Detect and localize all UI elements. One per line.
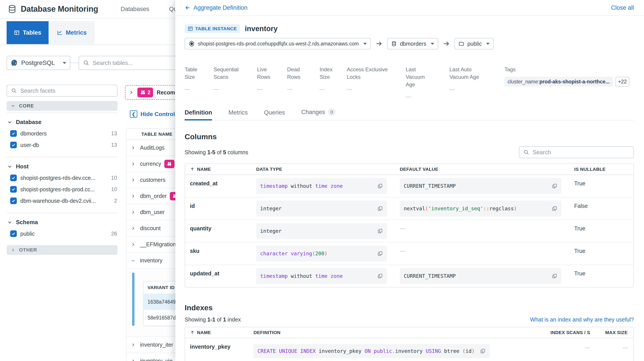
copy-icon[interactable] <box>546 273 558 279</box>
database-select[interactable]: dbmorders <box>387 38 438 49</box>
chevron-right-icon[interactable] <box>126 343 140 347</box>
facet-group-label: Database <box>16 119 42 126</box>
checkbox-checked[interactable] <box>10 198 17 204</box>
checkbox-checked[interactable] <box>10 142 17 148</box>
facet-item-host-warehouse[interactable]: dbm-warehouse-db-dev2.cvii... 2 <box>7 195 118 207</box>
indexes-heading: Indexes <box>185 303 634 312</box>
facet-section-core-label: CORE <box>19 103 34 109</box>
host-select[interactable]: shopist-postgres-rds-prod.ccehuppdfqfx.u… <box>185 38 371 49</box>
tab-metrics-detail[interactable]: Metrics <box>228 109 248 120</box>
tab-queries[interactable]: Queries <box>264 109 285 120</box>
stat-value: — <box>257 86 287 92</box>
scope-selectors: shopist-postgres-rds-prod.ccehuppdfqfx.u… <box>185 38 634 49</box>
facet-item-count: 10 <box>111 175 118 181</box>
index-scans-empty: — <box>585 345 590 351</box>
facet-item-user-db[interactable]: user-db 13 <box>7 139 118 151</box>
chevron-down-icon[interactable] <box>126 258 140 263</box>
tag-pill-cluster-name[interactable]: cluster_name:prod-aks-shopist-a-northce.… <box>504 77 613 86</box>
close-all-button[interactable]: Close all <box>611 4 634 11</box>
arrow-left-icon <box>185 5 191 11</box>
tab-changes[interactable]: Changes 0 <box>301 108 336 120</box>
copy-icon[interactable] <box>372 251 383 256</box>
default-value-chip: CURRENT_TIMESTAMP <box>400 268 562 284</box>
sort-arrow-up-icon <box>190 330 195 335</box>
tags-more-button[interactable]: +22 <box>616 77 630 86</box>
header-definition[interactable]: DEFINITION <box>249 330 536 335</box>
index-help-link[interactable]: What is an index and why are they useful… <box>530 317 634 323</box>
facet-item-host-dev[interactable]: shopist-postgres-rds-dev.cce... 10 <box>7 172 118 184</box>
facet-item-count: 26 <box>111 231 118 237</box>
column-row-id: id integer nextval('inventory_id_seq'::r… <box>185 198 634 220</box>
columns-search-box[interactable] <box>519 146 634 158</box>
copy-icon[interactable] <box>372 273 383 279</box>
engine-select[interactable]: PostgreSQL <box>7 56 70 70</box>
tab-tables[interactable]: Tables <box>7 21 48 44</box>
facet-item-label: user-db <box>20 142 39 148</box>
checkbox-checked[interactable] <box>10 230 17 237</box>
chevron-right-icon[interactable] <box>126 162 140 166</box>
table-instance-badge: TABLE INSTANCE <box>185 24 240 33</box>
search-facets-box[interactable] <box>7 85 118 97</box>
database-select-value: dbmorders <box>400 41 426 47</box>
stat-label: Last Vacuum Age <box>406 66 430 88</box>
hide-controls-button[interactable]: ❮ Hide Controls <box>130 110 178 118</box>
back-to-aggregate-link[interactable]: Aggregate Definition <box>185 4 248 11</box>
is-nullable-value: True <box>569 180 634 187</box>
checkbox-checked[interactable] <box>10 175 17 181</box>
facet-item-label: dbm-warehouse-db-dev2.cvii... <box>20 198 96 204</box>
header-name[interactable]: NAME <box>185 167 251 172</box>
engine-select-value: PostgreSQL <box>21 59 55 66</box>
header-index-scans[interactable]: INDEX SCANS / S <box>536 330 596 335</box>
facet-item-dbmorders[interactable]: dbmorders 13 <box>7 128 118 139</box>
facet-group-database[interactable]: Database <box>7 119 118 126</box>
copy-icon[interactable] <box>372 183 383 189</box>
column-name: updated_at <box>185 270 251 277</box>
stat-table-size: Table Size — <box>185 66 214 92</box>
table-name: inventory_iter <box>140 342 173 348</box>
table-name: AuditLogs <box>140 145 164 151</box>
header-data-type[interactable]: DATA TYPE <box>251 167 395 172</box>
facet-group-schema[interactable]: Schema <box>7 219 118 226</box>
chevron-right-icon[interactable] <box>126 242 140 247</box>
facet-item-count: 2 <box>114 198 118 204</box>
stat-label: Table Size <box>185 66 202 81</box>
copy-icon[interactable] <box>474 348 486 354</box>
recommendation-binoculars-badge[interactable] <box>164 160 174 168</box>
default-value-empty: — <box>400 248 405 254</box>
header-default-value[interactable]: DEFAULT VALUE <box>395 167 569 172</box>
facet-group-host[interactable]: Host <box>7 163 118 170</box>
columns-search-input[interactable] <box>532 149 630 156</box>
column-name: id <box>185 203 251 209</box>
tab-metrics[interactable]: Metrics <box>49 21 94 44</box>
chevron-right-icon[interactable] <box>126 145 140 150</box>
tab-definition[interactable]: Definition <box>185 109 212 120</box>
copy-icon[interactable] <box>546 183 558 189</box>
facet-item-public[interactable]: public 26 <box>7 228 118 239</box>
chevron-down-icon <box>486 43 490 45</box>
header-name[interactable]: NAME <box>185 330 249 335</box>
arrow-right-icon <box>442 40 450 47</box>
data-type-chip: timestamp without time zone <box>256 268 387 284</box>
host-select-value: shopist-postgres-rds-prod.ccehuppdfqfx.u… <box>198 41 359 47</box>
facet-section-core[interactable]: CORE <box>7 101 118 111</box>
tag-value: prod-aks-shopist-a-northce... <box>539 79 610 85</box>
schema-select[interactable]: public <box>454 38 494 49</box>
header-is-nullable[interactable]: IS NULLABLE <box>569 167 634 172</box>
indexes-showing-text: Showing 1-1 of 1 index <box>185 317 241 323</box>
data-type-chip: timestamp without time zone <box>256 178 387 194</box>
chevron-right-icon[interactable] <box>126 210 140 215</box>
facet-section-other[interactable]: OTHER <box>7 245 118 255</box>
header-max-size[interactable]: MAX SIZE <box>596 330 634 335</box>
copy-icon[interactable] <box>372 228 383 234</box>
checkbox-checked[interactable] <box>10 130 17 137</box>
copy-icon[interactable] <box>546 206 558 211</box>
chevron-right-icon[interactable] <box>126 359 140 361</box>
facet-item-host-prod[interactable]: shopist-postgres-rds-prod.cc... 10 <box>7 184 118 195</box>
chevron-right-icon[interactable] <box>126 178 140 182</box>
checkbox-checked[interactable] <box>10 186 17 193</box>
search-facets-input[interactable] <box>20 87 113 94</box>
copy-icon[interactable] <box>372 206 383 211</box>
chevron-right-icon[interactable] <box>126 194 140 199</box>
max-size-empty: — <box>622 345 628 351</box>
chevron-right-icon[interactable] <box>126 226 140 231</box>
